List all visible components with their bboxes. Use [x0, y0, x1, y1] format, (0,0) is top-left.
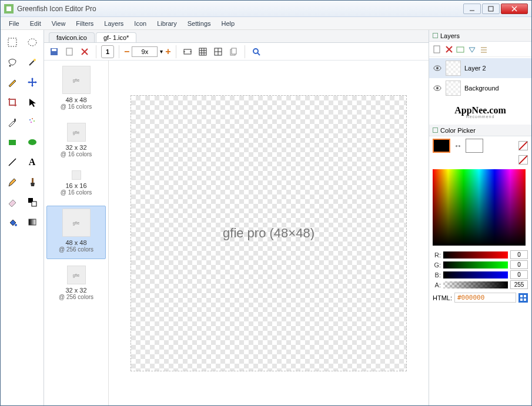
save-icon[interactable] — [48, 45, 61, 58]
html-color-value[interactable]: #000000 — [454, 293, 516, 303]
eyedropper-tool[interactable] — [4, 113, 21, 131]
text-tool[interactable]: A — [24, 153, 41, 171]
select-rect-tool[interactable] — [4, 33, 21, 51]
layer-background[interactable]: Background — [429, 78, 531, 98]
lasso-tool[interactable] — [4, 53, 21, 71]
window-title: Greenfish Icon Editor Pro — [17, 5, 463, 13]
fit-icon[interactable] — [181, 45, 194, 58]
transparent-fg-icon[interactable] — [518, 141, 528, 150]
background-swatch[interactable] — [466, 139, 483, 153]
pages-icon[interactable] — [227, 45, 240, 58]
flatten-icon[interactable] — [480, 45, 488, 53]
svg-rect-53 — [520, 298, 523, 301]
fill-tool[interactable] — [4, 213, 21, 231]
brush-tool[interactable] — [24, 173, 41, 191]
menu-filters[interactable]: Filters — [71, 19, 98, 28]
svg-point-49 — [436, 87, 439, 89]
svg-point-8 — [9, 65, 11, 67]
layer-thumb — [446, 80, 461, 96]
layer-list: Layer 2 Background — [429, 57, 531, 99]
menu-help[interactable]: Help — [217, 19, 240, 28]
transparent-bg-icon[interactable] — [518, 155, 528, 165]
zoom-input[interactable] — [132, 46, 158, 57]
search-icon[interactable] — [250, 45, 263, 58]
wand-tool[interactable] — [24, 53, 41, 71]
a-value[interactable]: 255 — [510, 280, 528, 289]
new-layer-icon[interactable] — [433, 45, 442, 54]
menu-file[interactable]: File — [4, 19, 24, 28]
collapse-icon[interactable] — [433, 33, 438, 38]
menubar: File Edit View Filters Layers Icon Libra… — [1, 17, 531, 30]
spray-tool[interactable] — [24, 113, 41, 131]
app-icon — [4, 4, 14, 14]
canvas-area[interactable]: gfie pro (48×48) — [109, 61, 429, 405]
menu-view[interactable]: View — [47, 19, 71, 28]
move-tool[interactable] — [24, 73, 41, 91]
pointer-tool[interactable] — [24, 93, 41, 111]
pixel-canvas[interactable]: gfie pro (48×48) — [131, 95, 407, 371]
delete-layer-icon[interactable] — [446, 46, 453, 53]
g-slider[interactable] — [443, 261, 508, 269]
collapse-icon[interactable] — [433, 127, 438, 133]
zoom-in-icon[interactable]: + — [165, 46, 170, 57]
merge-down-icon[interactable] — [468, 45, 476, 53]
a-slider[interactable] — [443, 281, 508, 288]
visibility-icon[interactable] — [433, 63, 442, 73]
b-slider[interactable] — [443, 271, 508, 279]
menu-settings[interactable]: Settings — [183, 19, 216, 28]
delete-frame-icon[interactable] — [78, 45, 91, 58]
tab-gf1[interactable]: gf- 1.ico* — [96, 32, 136, 42]
frame-list[interactable]: gfie48 x 48@ 16 colors gfie32 x 32@ 16 c… — [44, 61, 109, 405]
menu-layers[interactable]: Layers — [99, 19, 128, 28]
menu-edit[interactable]: Edit — [25, 19, 46, 28]
minimize-button[interactable] — [463, 4, 481, 14]
r-value[interactable]: 0 — [510, 250, 528, 259]
tab-favicon[interactable]: favicon.ico — [49, 32, 95, 42]
frame-32-256c[interactable]: gfie32 x 32@ 256 colors — [46, 263, 106, 307]
zoom-out-icon[interactable]: − — [124, 46, 129, 57]
swap-colors-tool[interactable] — [24, 193, 41, 211]
windows-icon[interactable] — [518, 293, 528, 303]
select-ellipse-tool[interactable] — [24, 33, 41, 51]
layer-layer2[interactable]: Layer 2 — [429, 58, 531, 78]
svg-point-22 — [15, 224, 17, 226]
frame-48-16c[interactable]: gfie48 x 48@ 16 colors — [46, 63, 106, 116]
rect-tool[interactable] — [4, 133, 21, 151]
center-icon[interactable] — [212, 45, 225, 58]
ellipse-tool[interactable] — [24, 133, 41, 151]
watermark: AppNee.com Recommend — [429, 99, 531, 125]
layer-name: Background — [464, 85, 499, 92]
eraser-tool[interactable] — [4, 193, 21, 211]
maximize-button[interactable] — [482, 4, 500, 14]
crop-tool[interactable] — [4, 93, 21, 111]
layers-panel-header: Layers — [429, 30, 531, 42]
layers-toolbar — [429, 42, 531, 57]
frame-16-16c[interactable]: 16 x 16@ 16 colors — [46, 167, 106, 202]
draw-pencil-tool[interactable] — [4, 173, 21, 191]
frame-32-16c[interactable]: gfie32 x 32@ 16 colors — [46, 120, 106, 164]
menu-library[interactable]: Library — [152, 19, 182, 28]
grid-icon[interactable] — [196, 45, 209, 58]
zoom-dropdown-icon[interactable]: ▾ — [160, 48, 163, 55]
new-frame-icon[interactable] — [63, 45, 76, 58]
r-label: R: — [433, 251, 441, 259]
line-tool[interactable] — [4, 153, 21, 171]
svg-rect-11 — [14, 119, 16, 122]
visibility-icon[interactable] — [433, 83, 442, 93]
close-button[interactable] — [501, 4, 528, 14]
layer-props-icon[interactable] — [456, 45, 464, 53]
foreground-swatch[interactable] — [433, 139, 450, 153]
r-slider[interactable] — [443, 251, 508, 259]
pencil-tool[interactable] — [4, 73, 21, 91]
swap-colors-icon[interactable]: ↔ — [454, 141, 462, 150]
g-value[interactable]: 0 — [510, 260, 528, 269]
svg-point-17 — [28, 139, 36, 145]
color-spectrum[interactable] — [433, 169, 526, 246]
gradient-tool[interactable] — [24, 213, 41, 231]
svg-line-9 — [29, 61, 34, 65]
menu-icon[interactable]: Icon — [129, 19, 151, 28]
b-value[interactable]: 0 — [510, 270, 528, 279]
svg-point-13 — [32, 118, 33, 119]
svg-rect-39 — [232, 48, 236, 54]
frame-48-256c[interactable]: gfie48 x 48@ 256 colors — [46, 206, 106, 259]
